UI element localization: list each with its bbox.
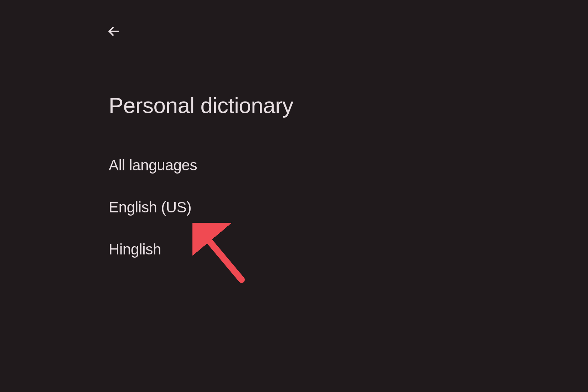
language-list: All languages English (US) Hinglish <box>109 144 197 270</box>
list-item-all-languages[interactable]: All languages <box>109 144 197 186</box>
annotation-arrow-icon <box>192 223 249 288</box>
back-button[interactable] <box>103 21 125 43</box>
list-item-label: English (US) <box>109 199 191 216</box>
list-item-label: Hinglish <box>109 241 161 258</box>
list-item-label: All languages <box>109 157 197 174</box>
svg-line-2 <box>201 232 242 280</box>
arrow-left-icon <box>107 24 121 40</box>
list-item-hinglish[interactable]: Hinglish <box>109 228 197 270</box>
list-item-english-us[interactable]: English (US) <box>109 186 197 228</box>
page-title: Personal dictionary <box>109 93 293 118</box>
